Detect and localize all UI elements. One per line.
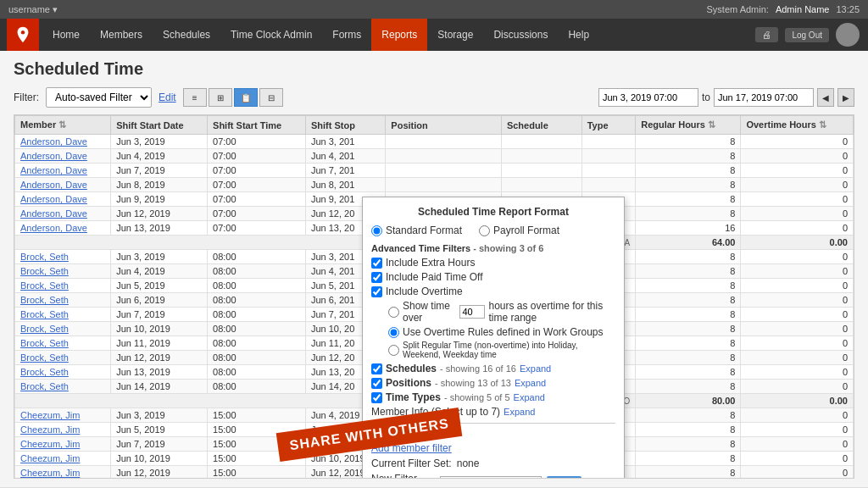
advanced-filters-header: Advanced Time Filters - showing 3 of 6 <box>371 243 615 253</box>
member-cell[interactable]: Brock, Seth <box>15 250 111 264</box>
member-cell[interactable]: Brock, Seth <box>15 351 111 365</box>
page-content: Scheduled Time Filter: Auto-saved Filter… <box>0 51 868 487</box>
member-cell[interactable]: Brock, Seth <box>15 279 111 293</box>
col-overtime: Overtime Hours ⇅ <box>741 116 854 135</box>
view-btn-4[interactable]: ⊟ <box>259 88 283 107</box>
member-cell[interactable]: Anderson, Dave <box>15 149 111 164</box>
nav-discussions[interactable]: Discussions <box>483 19 558 51</box>
member-cell[interactable]: Brock, Seth <box>15 380 111 394</box>
username-dropdown[interactable]: username ▾ <box>8 4 58 15</box>
table-row: Anderson, Dave Jun 4, 201907:00Jun 4, 20… <box>15 149 854 164</box>
date-from-input[interactable] <box>598 88 698 107</box>
date-to-label: to <box>702 92 710 103</box>
standard-format-option[interactable]: Standard Format <box>371 225 462 236</box>
report-format-dropdown: Scheduled Time Report Format Standard Fo… <box>362 197 625 479</box>
table-row: Anderson, Dave Jun 3, 201907:00Jun 3, 20… <box>15 135 854 149</box>
overtime-rules-label: Use Overtime Rules defined in Work Group… <box>403 326 604 338</box>
standard-format-radio[interactable] <box>371 225 382 236</box>
current-filter-label: Current Filter Set: <box>371 458 452 469</box>
time-types-expand[interactable]: Expand <box>514 392 545 402</box>
member-info-row: Member Info (Select up to 7) Expand <box>371 406 615 418</box>
overtime-rules-row: Use Overtime Rules defined in Work Group… <box>371 326 615 338</box>
overtime-hours-radio[interactable] <box>388 307 399 318</box>
member-cell[interactable]: Cheezum, Jim <box>15 437 111 452</box>
date-prev-btn[interactable]: ◀ <box>817 88 834 107</box>
member-info-label: Member Info (Select up to 7) <box>371 406 500 418</box>
nav-help[interactable]: Help <box>558 19 599 51</box>
nav-schedules[interactable]: Schedules <box>153 19 220 51</box>
filter-dropdown[interactable]: Auto-saved Filter <box>46 87 152 108</box>
member-cell[interactable]: Anderson, Dave <box>15 221 111 236</box>
member-cell[interactable]: Anderson, Dave <box>15 135 111 149</box>
time-types-label: Time Types <box>386 391 441 403</box>
positions-expand[interactable]: Expand <box>515 378 546 388</box>
overtime-row: Include Overtime <box>371 286 615 297</box>
filter-edit-link[interactable]: Edit <box>159 92 176 103</box>
overtime-rules-radio[interactable] <box>388 327 399 338</box>
payroll-format-option[interactable]: Payroll Format <box>479 225 559 236</box>
payroll-format-label: Payroll Format <box>493 225 559 236</box>
nav-reports[interactable]: Reports <box>371 19 427 51</box>
split-time-label: Split Regular Time (non-overtime) into H… <box>403 341 615 359</box>
logo-icon <box>14 25 32 44</box>
col-start-time: Shift Start Time <box>208 116 306 135</box>
schedules-expand[interactable]: Expand <box>520 363 551 374</box>
view-buttons: ≡ ⊞ 📋 ⊟ <box>183 88 283 107</box>
extra-hours-label: Include Extra Hours <box>386 257 475 269</box>
member-cell[interactable]: Brock, Seth <box>15 264 111 279</box>
member-cell[interactable]: Anderson, Dave <box>15 207 111 221</box>
print-btn[interactable]: 🖨 <box>755 27 778 42</box>
new-filter-row: New Filter Name: Save Cancel <box>371 473 615 479</box>
overtime-hours-input[interactable] <box>459 305 485 319</box>
nav-home[interactable]: Home <box>42 19 90 51</box>
time-types-checkbox[interactable] <box>371 392 382 403</box>
extra-hours-checkbox[interactable] <box>371 258 382 269</box>
col-member: Member ⇅ <box>15 116 111 135</box>
nav-right: 🖨 Log Out <box>755 23 868 47</box>
current-filter-row: Current Filter Set: none <box>371 458 615 469</box>
standard-format-label: Standard Format <box>386 225 462 236</box>
date-next-btn[interactable]: ▶ <box>837 88 854 107</box>
avatar[interactable] <box>836 23 860 47</box>
nav-members[interactable]: Members <box>90 19 153 51</box>
overtime-checkbox[interactable] <box>371 286 382 297</box>
payroll-format-radio[interactable] <box>479 225 490 236</box>
view-btn-3[interactable]: 📋 <box>234 88 258 107</box>
current-filter-value: none <box>457 458 480 469</box>
positions-row: Positions - showing 13 of 13 Expand <box>371 377 615 389</box>
member-filters-header: Member Filters <box>371 429 615 439</box>
member-cell[interactable]: Anderson, Dave <box>15 192 111 207</box>
member-info-expand[interactable]: Expand <box>504 407 535 417</box>
member-cell[interactable]: Anderson, Dave <box>15 178 111 192</box>
member-cell[interactable]: Anderson, Dave <box>15 164 111 178</box>
nav-storage[interactable]: Storage <box>427 19 483 51</box>
logo <box>7 19 39 51</box>
add-member-filter-link[interactable]: Add member filter <box>371 442 452 454</box>
member-cell[interactable]: Cheezum, Jim <box>15 408 111 423</box>
view-btn-1[interactable]: ≡ <box>183 88 207 107</box>
paid-time-off-checkbox[interactable] <box>371 272 382 283</box>
logout-btn[interactable]: Log Out <box>785 28 829 42</box>
date-to-input[interactable] <box>714 88 814 107</box>
member-cell[interactable]: Brock, Seth <box>15 308 111 322</box>
schedules-checkbox[interactable] <box>371 363 382 374</box>
col-schedule: Schedule <box>501 116 581 135</box>
member-cell[interactable]: Cheezum, Jim <box>15 452 111 466</box>
member-cell[interactable]: Cheezum, Jim <box>15 423 111 437</box>
admin-name: Admin Name <box>776 4 830 14</box>
positions-checkbox[interactable] <box>371 378 382 389</box>
member-cell[interactable]: Brock, Seth <box>15 365 111 380</box>
nav-timeclock[interactable]: Time Clock Admin <box>220 19 322 51</box>
member-cell[interactable]: Brock, Seth <box>15 293 111 308</box>
view-btn-2[interactable]: ⊞ <box>209 88 232 107</box>
filter-label: Filter: <box>14 92 39 103</box>
col-type: Type <box>581 116 635 135</box>
member-cell[interactable]: Brock, Seth <box>15 322 111 336</box>
top-bar: username ▾ System Admin: Admin Name 13:2… <box>0 0 868 19</box>
paid-time-off-label: Include Paid Time Off <box>386 271 483 283</box>
member-cell[interactable]: Brock, Seth <box>15 336 111 351</box>
nav-forms[interactable]: Forms <box>322 19 371 51</box>
split-time-radio[interactable] <box>388 345 399 356</box>
member-cell[interactable]: Cheezum, Jim <box>15 466 111 480</box>
member-filters-section: Member Filters Add member filter Current… <box>371 423 615 479</box>
